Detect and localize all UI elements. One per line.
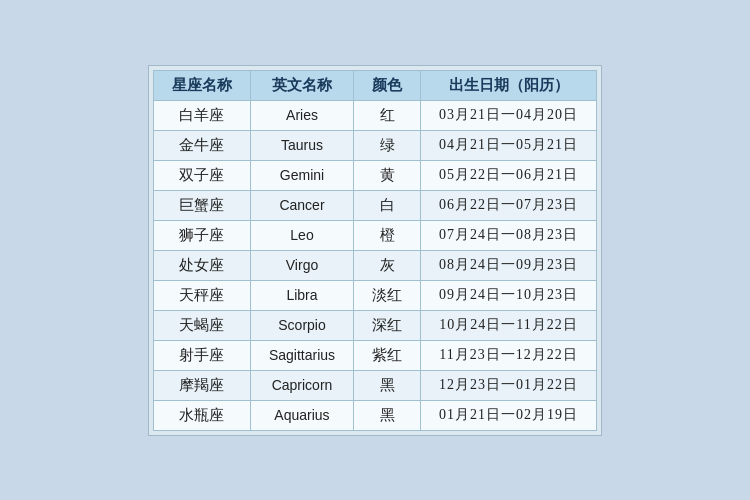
cell-8-2: 紫红: [354, 340, 421, 370]
cell-6-3: 09月24日一10月23日: [421, 280, 597, 310]
cell-0-0: 白羊座: [153, 100, 250, 130]
cell-4-1: Leo: [250, 220, 353, 250]
cell-2-3: 05月22日一06月21日: [421, 160, 597, 190]
cell-9-0: 摩羯座: [153, 370, 250, 400]
cell-6-1: Libra: [250, 280, 353, 310]
cell-2-1: Gemini: [250, 160, 353, 190]
cell-4-2: 橙: [354, 220, 421, 250]
cell-3-3: 06月22日一07月23日: [421, 190, 597, 220]
cell-6-0: 天秤座: [153, 280, 250, 310]
cell-0-3: 03月21日一04月20日: [421, 100, 597, 130]
table-row: 摩羯座Capricorn黑12月23日一01月22日: [153, 370, 596, 400]
cell-9-2: 黑: [354, 370, 421, 400]
zodiac-table-container: 星座名称 英文名称 颜色 出生日期（阳历） 白羊座Aries红03月21日一04…: [148, 65, 602, 436]
cell-10-2: 黑: [354, 400, 421, 430]
table-row: 金牛座Taurus绿04月21日一05月21日: [153, 130, 596, 160]
cell-3-2: 白: [354, 190, 421, 220]
cell-9-3: 12月23日一01月22日: [421, 370, 597, 400]
cell-5-3: 08月24日一09月23日: [421, 250, 597, 280]
cell-2-0: 双子座: [153, 160, 250, 190]
cell-7-3: 10月24日一11月22日: [421, 310, 597, 340]
cell-1-2: 绿: [354, 130, 421, 160]
header-color: 颜色: [354, 70, 421, 100]
cell-10-0: 水瓶座: [153, 400, 250, 430]
header-dates: 出生日期（阳历）: [421, 70, 597, 100]
cell-10-3: 01月21日一02月19日: [421, 400, 597, 430]
cell-9-1: Capricorn: [250, 370, 353, 400]
header-chinese-name: 星座名称: [153, 70, 250, 100]
cell-1-3: 04月21日一05月21日: [421, 130, 597, 160]
cell-8-3: 11月23日一12月22日: [421, 340, 597, 370]
cell-0-2: 红: [354, 100, 421, 130]
cell-5-0: 处女座: [153, 250, 250, 280]
cell-0-1: Aries: [250, 100, 353, 130]
cell-5-1: Virgo: [250, 250, 353, 280]
cell-4-0: 狮子座: [153, 220, 250, 250]
cell-8-0: 射手座: [153, 340, 250, 370]
table-row: 双子座Gemini黄05月22日一06月21日: [153, 160, 596, 190]
table-row: 水瓶座Aquarius黑01月21日一02月19日: [153, 400, 596, 430]
table-row: 天蝎座Scorpio深红10月24日一11月22日: [153, 310, 596, 340]
cell-6-2: 淡红: [354, 280, 421, 310]
table-row: 天秤座Libra淡红09月24日一10月23日: [153, 280, 596, 310]
cell-7-2: 深红: [354, 310, 421, 340]
table-row: 巨蟹座Cancer白06月22日一07月23日: [153, 190, 596, 220]
cell-4-3: 07月24日一08月23日: [421, 220, 597, 250]
cell-10-1: Aquarius: [250, 400, 353, 430]
table-row: 白羊座Aries红03月21日一04月20日: [153, 100, 596, 130]
cell-7-0: 天蝎座: [153, 310, 250, 340]
cell-8-1: Sagittarius: [250, 340, 353, 370]
cell-2-2: 黄: [354, 160, 421, 190]
cell-3-1: Cancer: [250, 190, 353, 220]
cell-7-1: Scorpio: [250, 310, 353, 340]
table-row: 处女座Virgo灰08月24日一09月23日: [153, 250, 596, 280]
header-english-name: 英文名称: [250, 70, 353, 100]
table-header-row: 星座名称 英文名称 颜色 出生日期（阳历）: [153, 70, 596, 100]
cell-3-0: 巨蟹座: [153, 190, 250, 220]
cell-5-2: 灰: [354, 250, 421, 280]
table-row: 狮子座Leo橙07月24日一08月23日: [153, 220, 596, 250]
cell-1-1: Taurus: [250, 130, 353, 160]
zodiac-table: 星座名称 英文名称 颜色 出生日期（阳历） 白羊座Aries红03月21日一04…: [153, 70, 597, 431]
cell-1-0: 金牛座: [153, 130, 250, 160]
table-row: 射手座Sagittarius紫红11月23日一12月22日: [153, 340, 596, 370]
